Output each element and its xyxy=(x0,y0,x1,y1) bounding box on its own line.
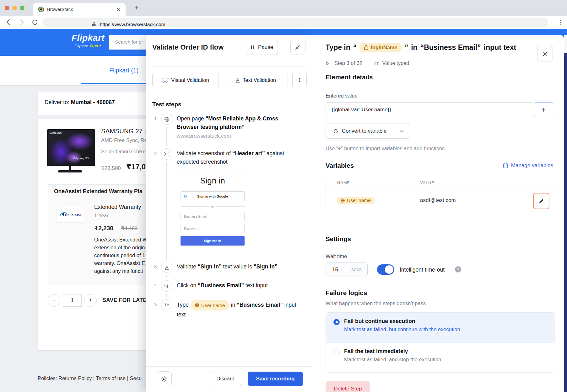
warranty-desc-line: extension of the origin xyxy=(94,244,148,252)
expected-screenshot-thumbnail[interactable]: Sign inGSign in with GoogleorBusiness Em… xyxy=(177,171,248,250)
radio-button[interactable] xyxy=(333,319,340,325)
visual-validation-button[interactable]: Visual Validation xyxy=(152,73,219,87)
failure-option[interactable]: Fail the test immediatelyMark test as fa… xyxy=(326,343,555,373)
login-variable-badge: loginName xyxy=(359,43,402,52)
element-details-heading: Element details xyxy=(326,73,373,81)
browser-tab[interactable]: BrowerStack xyxy=(33,3,126,16)
discard-button[interactable]: Discard xyxy=(209,372,242,386)
failure-options-card: Fail but continue executionMark test as … xyxy=(326,312,555,373)
title-post: input text xyxy=(484,43,516,52)
variable-value: asdf@test.com xyxy=(420,197,456,204)
flipkart-cart-tab[interactable]: Flipkart (1) xyxy=(109,67,138,74)
tab-title: BrowerStack xyxy=(47,7,73,12)
step-gutter: 3A xyxy=(152,262,177,271)
toggle-knob xyxy=(385,265,393,274)
step-number: 5 xyxy=(154,301,157,307)
test-step[interactable]: 4Click on “Business Email” text input xyxy=(152,280,305,290)
visual-validation-icon xyxy=(162,77,168,83)
search-text: Search for pr xyxy=(115,39,143,45)
test-step[interactable]: 3AValidate “Sign in” text value is “Sign… xyxy=(152,262,305,271)
step-content: Validate “Sign in” text value is “Sign i… xyxy=(177,262,301,271)
variables-table-header: NAME VALUE xyxy=(326,176,555,189)
text-validation-button[interactable]: A Text Validation xyxy=(224,73,288,87)
warranty-duration: 1 Year xyxy=(94,213,108,219)
close-panel-button[interactable] xyxy=(537,46,553,61)
settings-gear-button[interactable] xyxy=(157,371,172,386)
globe-icon xyxy=(161,114,172,125)
quantity-input[interactable]: 1 xyxy=(63,294,82,307)
gear-icon xyxy=(161,375,168,382)
url-bar[interactable]: https://www.browserstack.com xyxy=(43,18,548,27)
pause-icon xyxy=(251,45,255,50)
test-step[interactable]: 5TтType User name in “Business Email” in… xyxy=(152,299,305,319)
explore-label: Explore xyxy=(74,44,88,48)
plus-hint-text: Use “+” button to import variables and a… xyxy=(326,146,445,151)
step-details-title: Type in “ loginName ” in “Business Email… xyxy=(326,43,516,52)
step-gutter: 4 xyxy=(152,280,177,290)
import-variable-button[interactable]: + xyxy=(534,102,553,117)
more-actions-button[interactable] xyxy=(292,73,307,87)
visual-validation-label: Visual Validation xyxy=(171,77,209,83)
pencil-icon xyxy=(538,198,544,204)
window-zoom-button[interactable] xyxy=(20,6,24,10)
save-for-later-link[interactable]: SAVE FOR LATE xyxy=(102,297,147,304)
tab-close-icon[interactable] xyxy=(115,6,122,13)
screenshot-icon xyxy=(161,148,172,160)
value-typed-icon: Tт xyxy=(374,61,379,66)
step-content: Validate screenshot of “Header art” agai… xyxy=(177,148,301,252)
quantity-minus-button[interactable]: − xyxy=(48,294,60,307)
save-recording-button[interactable]: Save recording xyxy=(248,372,303,386)
recorder-panel: Validate Order ID flow Pause Visual Va xyxy=(146,35,313,392)
reload-icon[interactable] xyxy=(31,18,39,26)
failure-option[interactable]: Fail but continue executionMark test as … xyxy=(326,313,555,343)
entered-value-input[interactable]: {{global-var: User name}} xyxy=(326,102,533,117)
user-name-variable-badge: User name xyxy=(191,300,229,310)
monitor-stand xyxy=(69,165,71,170)
product-image-brand: SAMSUNG xyxy=(50,132,62,134)
new-tab-button[interactable]: + xyxy=(132,4,141,12)
deliver-text: Deliver to: Mumbai - 400067 xyxy=(45,99,115,106)
back-icon[interactable] xyxy=(4,18,13,26)
step-gutter: 1 xyxy=(152,114,177,139)
thumb-signin-heading: Sign in xyxy=(181,176,245,186)
browser-menu-icon[interactable] xyxy=(557,19,564,26)
forward-icon[interactable] xyxy=(18,18,26,26)
edit-variable-button[interactable] xyxy=(533,193,549,209)
product-subtitle: AMD Free Sync, Re xyxy=(101,137,147,143)
flipkart-logo[interactable]: Flipkart xyxy=(72,33,105,43)
help-icon[interactable]: ? xyxy=(455,266,461,273)
close-icon xyxy=(542,51,548,57)
recorder-title: Validate Order ID flow xyxy=(152,43,224,51)
step-text: Click on “Business Email” text input xyxy=(177,280,301,290)
test-step[interactable]: 1Open page “Most Reliable App & Cross Br… xyxy=(152,114,305,139)
test-step[interactable]: 2Validate screenshot of “Header art” aga… xyxy=(152,148,305,252)
step-text: Validate “Sign in” text value is “Sign i… xyxy=(177,262,301,271)
convert-to-variable-button[interactable]: Convert to variable xyxy=(326,124,394,139)
window-minimize-button[interactable] xyxy=(12,6,17,10)
product-title[interactable]: SAMSUNG 27 in xyxy=(101,127,149,135)
manage-variables-link[interactable]: { } Manage variables xyxy=(503,162,553,169)
url-text: https://www.browserstack.com xyxy=(100,20,165,29)
intelligent-timeout-toggle[interactable] xyxy=(377,264,394,275)
test-steps-heading: Test steps xyxy=(152,101,181,108)
product-image[interactable] xyxy=(47,129,95,166)
delete-step-button[interactable]: Delete Step xyxy=(326,381,370,392)
lock-icon xyxy=(92,22,96,27)
step-counter: Step 3 of 32 xyxy=(334,60,362,66)
convert-dropdown-button[interactable] xyxy=(394,124,409,139)
footer-policies[interactable]: Policies: Returns Policy | Terms of use … xyxy=(38,375,142,381)
quantity-plus-button[interactable]: + xyxy=(84,294,97,307)
google-g-icon: G xyxy=(184,194,187,199)
window-close-button[interactable] xyxy=(5,6,9,10)
radio-button[interactable] xyxy=(333,349,340,355)
failure-option-subtitle: Mark test as failed, but continue with t… xyxy=(344,326,460,332)
flipkart-explore-plus[interactable]: Explore Plus✦ xyxy=(74,44,101,48)
pause-button[interactable]: Pause xyxy=(246,40,278,55)
wait-time-input[interactable]: 15 secs xyxy=(326,262,368,277)
skip-to-step-icon[interactable] xyxy=(326,61,331,66)
title-pre: Type in xyxy=(326,43,350,52)
collapse-panel-button[interactable] xyxy=(290,40,305,55)
click-icon xyxy=(161,280,172,292)
step-text: Validate screenshot of “Header art” agai… xyxy=(177,148,301,166)
variable-name: User name xyxy=(201,301,225,310)
